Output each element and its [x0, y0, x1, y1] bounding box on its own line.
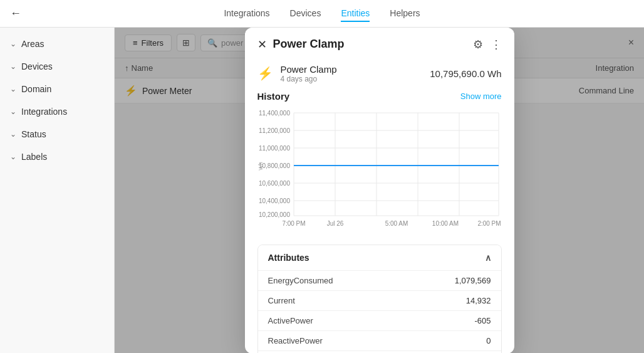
chevron-icon: ⌄ [10, 40, 16, 48]
modal-overlay[interactable]: ✕ Power Clamp ⚙ ⋮ ⚡ Power Clamp 4 days a… [115, 28, 644, 353]
attribute-key: ActivePower [268, 316, 313, 325]
attribute-key: EnergyConsumed [268, 276, 333, 285]
sidebar: ⌄ Areas ⌄ Devices ⌄ Domain ⌄ Integration… [0, 28, 115, 353]
tab-entities[interactable]: Entities [341, 6, 370, 22]
sidebar-item-areas[interactable]: ⌄ Areas [0, 33, 114, 55]
attributes-title: Attributes [268, 253, 309, 263]
attribute-row-frequency: Frequency 60 [258, 350, 501, 354]
main-layout: ⌄ Areas ⌄ Devices ⌄ Domain ⌄ Integration… [0, 28, 644, 353]
chevron-icon: ⌄ [10, 130, 16, 139]
history-header: History Show more [257, 91, 502, 102]
svg-text:7:00 PM: 7:00 PM [282, 220, 305, 227]
modal: ✕ Power Clamp ⚙ ⋮ ⚡ Power Clamp 4 days a… [245, 28, 514, 353]
svg-text:10:00 AM: 10:00 AM [432, 220, 458, 227]
chevron-icon: ⌄ [10, 107, 16, 116]
attribute-key: ReactivePower [268, 336, 323, 345]
modal-header: ✕ Power Clamp ⚙ ⋮ [245, 28, 514, 59]
attribute-row-energy: EnergyConsumed 1,079,569 [258, 270, 501, 290]
history-chart: 11,400,000 11,200,000 11,000,000 10,800,… [257, 107, 502, 232]
modal-close-button[interactable]: ✕ [257, 38, 267, 51]
svg-text:5:00 AM: 5:00 AM [385, 220, 408, 227]
attribute-key: Current [268, 296, 295, 305]
entity-name-label: Power Clamp [281, 64, 423, 75]
sidebar-item-label: Areas [21, 39, 44, 49]
svg-text:10,600,000: 10,600,000 [258, 180, 289, 187]
entity-info: ⚡ Power Clamp 4 days ago 10,795,690.0 Wh [245, 59, 514, 91]
menu-icon[interactable]: ⋮ [491, 38, 502, 51]
tab-helpers[interactable]: Helpers [390, 6, 420, 22]
entity-value: 10,795,690.0 Wh [430, 68, 501, 79]
svg-text:Wh: Wh [257, 162, 264, 171]
chart-svg: 11,400,000 11,200,000 11,000,000 10,800,… [257, 107, 502, 232]
attribute-value: 0 [486, 336, 491, 345]
attributes-section: Attributes ∧ EnergyConsumed 1,079,569 Cu… [257, 245, 502, 354]
sidebar-item-label: Integrations [21, 107, 67, 117]
chevron-icon: ⌄ [10, 62, 16, 71]
sidebar-item-status[interactable]: ⌄ Status [0, 123, 114, 145]
tab-integrations[interactable]: Integrations [224, 6, 269, 22]
nav-tabs: Integrations Devices Entities Helpers [224, 6, 420, 22]
modal-title: Power Clamp [273, 38, 473, 51]
content-area: ≡ Filters ⊞ 🔍 power m × ↑ Name Integrati… [115, 28, 644, 353]
sidebar-item-label: Devices [21, 61, 53, 71]
attribute-value: 14,932 [466, 296, 491, 305]
sidebar-item-label: Domain [21, 84, 51, 94]
gear-icon[interactable]: ⚙ [473, 38, 483, 51]
sidebar-item-label: Labels [21, 152, 47, 162]
svg-text:11,400,000: 11,400,000 [258, 110, 289, 117]
top-nav: ← Integrations Devices Entities Helpers [0, 0, 644, 28]
history-title: History [257, 91, 290, 102]
attribute-value: 1,079,569 [455, 276, 491, 285]
svg-text:11,000,000: 11,000,000 [258, 145, 289, 152]
show-more-link[interactable]: Show more [460, 92, 502, 101]
attribute-row-activepower: ActivePower -605 [258, 310, 501, 330]
back-button[interactable]: ← [10, 7, 21, 20]
chevron-icon: ⌄ [10, 85, 16, 93]
attribute-row-current: Current 14,932 [258, 290, 501, 310]
sidebar-item-domain[interactable]: ⌄ Domain [0, 78, 114, 100]
sidebar-item-devices[interactable]: ⌄ Devices [0, 55, 114, 78]
svg-text:10,400,000: 10,400,000 [258, 198, 289, 204]
svg-text:2:00 PM: 2:00 PM [477, 220, 501, 227]
modal-header-icons: ⚙ ⋮ [473, 38, 502, 51]
entity-details: Power Clamp 4 days ago [281, 64, 423, 83]
svg-text:11,200,000: 11,200,000 [258, 127, 289, 134]
attributes-header[interactable]: Attributes ∧ [258, 245, 501, 270]
sidebar-item-integrations[interactable]: ⌄ Integrations [0, 100, 114, 123]
sidebar-item-labels[interactable]: ⌄ Labels [0, 145, 114, 168]
chevron-icon: ⌄ [10, 152, 16, 161]
svg-text:10,200,000: 10,200,000 [258, 211, 289, 218]
attribute-row-reactivepower: ReactivePower 0 [258, 330, 501, 350]
entity-lightning-icon: ⚡ [257, 66, 273, 81]
tab-devices[interactable]: Devices [290, 6, 321, 22]
svg-text:Jul 26: Jul 26 [326, 220, 343, 227]
sidebar-item-label: Status [21, 129, 46, 139]
attributes-chevron-icon: ∧ [485, 253, 491, 263]
entity-time-label: 4 days ago [281, 75, 423, 83]
attribute-value: -605 [474, 316, 491, 325]
history-section: History Show more 11,400,000 11,200,000 … [245, 91, 514, 240]
